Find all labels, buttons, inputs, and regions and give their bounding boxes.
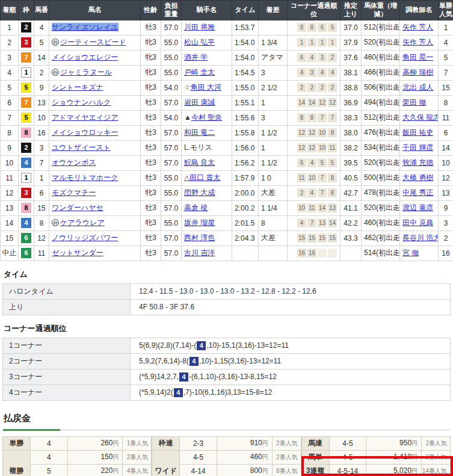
horse-name-link[interactable]: ノウリッジズパワー xyxy=(52,233,118,242)
jockey-link[interactable]: 団野 大成 xyxy=(184,188,215,197)
jockey-link[interactable]: 酒井 学 xyxy=(184,53,208,61)
corner-position-box: 4 xyxy=(297,68,306,77)
corner-row-label: 2コーナー xyxy=(3,353,131,369)
jockey-link[interactable]: 岩田 康誠 xyxy=(184,98,215,107)
corner-row-label: 3コーナー xyxy=(3,369,131,385)
trainer-link[interactable]: 千田 輝彦 xyxy=(402,143,433,152)
corner-row-label: 4コーナー xyxy=(3,385,131,400)
horse-name-link[interactable]: シントーキズナ xyxy=(52,83,103,91)
last-3f: 37.0 xyxy=(341,20,362,35)
yen-unit: 円 xyxy=(262,468,268,474)
corner-position-box: 8 xyxy=(328,128,337,137)
trainer-link[interactable]: 矢作 芳人 xyxy=(402,38,433,46)
sex-age: 牡3 xyxy=(141,125,161,140)
horse-name-link[interactable]: ゼットサンダー xyxy=(52,249,103,257)
header-jockey: 騎手名 xyxy=(182,1,232,20)
frame-number-badge: 2 xyxy=(21,22,31,32)
horse-name-link[interactable]: ケアラウレア xyxy=(60,218,105,227)
trainer-link[interactable]: 角田 晃一 xyxy=(402,53,433,61)
trainer-cell: 渡辺 薫彦 xyxy=(400,200,439,215)
finish-position: 1 xyxy=(1,20,19,35)
trainer-link[interactable]: 宮 徹 xyxy=(402,249,419,257)
horse-name-cell: アドマイヤエイジア xyxy=(49,110,141,125)
payout-amount: 260円 xyxy=(67,436,123,450)
corner-order-cell: 1111 xyxy=(288,35,341,50)
trainer-link[interactable]: 大橋 勇樹 xyxy=(402,173,433,182)
corner-position-box: 4 xyxy=(318,68,327,77)
jockey-link[interactable]: 角田 大河 xyxy=(191,83,221,91)
finish-time: 1:54.0 xyxy=(232,50,259,65)
trainer-link[interactable]: 北出 成人 xyxy=(402,83,433,91)
payout-popularity: 14番人気 xyxy=(422,464,451,476)
header-time: タイム xyxy=(232,1,259,20)
sex-age: 牝3 xyxy=(141,185,161,200)
horse-name-link[interactable]: ジャミラヌール xyxy=(60,68,112,76)
horse-name-link[interactable]: ユウトザイースト xyxy=(52,143,111,152)
corner-position-box: 2 xyxy=(297,188,306,197)
jockey-link[interactable]: 和田 竜二 xyxy=(184,128,215,137)
horse-name-link[interactable]: マルモリトマホーク xyxy=(52,173,118,182)
jockey-link[interactable]: 西村 淳也 xyxy=(184,233,215,242)
jockey-link[interactable]: 高倉 稜 xyxy=(184,203,208,212)
trainer-link[interactable]: 大久保 龍志 xyxy=(402,113,439,122)
trainer-link[interactable]: 田中 克典 xyxy=(402,218,433,227)
horse-name-link[interactable]: メイショウエレジー xyxy=(52,53,118,61)
finish-time: 2:01.5 xyxy=(232,215,259,230)
corner-order-cell: 12121011 xyxy=(288,140,341,155)
jockey-link[interactable]: 鮫島 良太 xyxy=(184,158,215,167)
sex-age: 牡3 xyxy=(141,95,161,110)
results-header-row: 着順 枠 馬番 馬名 性齢 負担重量 騎手名 タイム 着差 コーナー通過順位 推… xyxy=(1,1,453,20)
header-horse-name: 馬名 xyxy=(49,1,141,20)
trainer-link[interactable]: 栗田 徹 xyxy=(402,98,426,107)
highlighted-horse-number: 4 xyxy=(190,357,199,366)
horse-name-cell: ゼットサンダー xyxy=(49,246,141,261)
horse-name-link[interactable]: ショウナンハルク xyxy=(52,98,111,107)
corner-position-box: 5 xyxy=(328,158,337,167)
trainer-link[interactable]: 渡辺 薫彦 xyxy=(402,203,433,212)
trainer-cell: 宮 徹 xyxy=(400,246,439,261)
jockey-link[interactable]: 坂井 瑠星 xyxy=(184,218,215,227)
payout-row: 枠連2-3910円2番人気 xyxy=(152,436,301,450)
jockey-link[interactable]: 松山 弘平 xyxy=(184,38,215,46)
last-3f: 38.2 xyxy=(341,140,362,155)
horse-name-link[interactable]: モズクマチー xyxy=(52,188,96,197)
trainer-link[interactable]: 高柳 瑞樹 xyxy=(402,68,433,76)
trainer-link[interactable]: 中尾 秀正 xyxy=(402,188,433,197)
horse-number: 11 xyxy=(34,246,49,261)
last-3f: 36.9 xyxy=(341,95,362,110)
trainer-link[interactable]: 牧浦 充徳 xyxy=(402,158,433,167)
payout-combination: 4-5 xyxy=(329,436,366,450)
payout-popularity: 2番人気 xyxy=(272,450,301,464)
sex-age: 牡3 xyxy=(141,110,161,125)
horse-name-link[interactable]: アドマイヤエイジア xyxy=(52,113,119,122)
corner-order-cell: 471314 xyxy=(288,215,341,230)
jockey-link[interactable]: 今村 聖奈 xyxy=(191,113,222,122)
jockey-link[interactable]: 田口 貫太 xyxy=(190,173,220,182)
result-row: 15612ノウリッジズパワー牡357.0西村 淳也2:04.3大差1515151… xyxy=(1,230,453,246)
corner-order-cell: 2222 xyxy=(288,80,341,95)
corner-order-cell: 1616 xyxy=(288,246,341,261)
finish-position: 13 xyxy=(1,200,19,215)
payout-combination: 2-3 xyxy=(180,436,217,450)
frame-cell: 8 xyxy=(19,125,34,140)
horse-name-link[interactable]: オウケンボス xyxy=(52,158,96,167)
result-row: 8816メイショウロッキー牡357.0和田 竜二1:55.81 1/212121… xyxy=(1,125,453,140)
jockey-link[interactable]: 川田 将雅 xyxy=(184,23,215,31)
trainer-link[interactable]: 矢作 芳人 xyxy=(402,23,433,31)
win-popularity: 12 xyxy=(439,170,453,185)
trainer-link[interactable]: 飯田 祐史 xyxy=(402,128,433,137)
margin: 大差 xyxy=(259,185,288,200)
horse-name-link[interactable]: サンライズソレイユ xyxy=(52,23,119,31)
horse-name-link[interactable]: メイショウロッキー xyxy=(52,128,118,137)
horse-name-link[interactable]: ジーティースピード xyxy=(60,38,126,46)
jockey-cell: 高倉 稜 xyxy=(182,200,232,215)
finish-time: 1:57.9 xyxy=(232,170,259,185)
bet-type-label: 単勝 xyxy=(3,436,31,450)
last-3f xyxy=(341,246,362,261)
horse-name-link[interactable]: ワンダーハヤセ xyxy=(52,203,103,212)
frame-cell: 5 xyxy=(19,110,34,125)
jockey-link[interactable]: 戸崎 圭太 xyxy=(184,68,215,76)
payout-row: 複勝4150円2番人気 xyxy=(3,450,152,464)
jockey-link[interactable]: 古川 吉洋 xyxy=(184,249,215,257)
trainer-link[interactable]: 長谷川 浩大 xyxy=(402,233,439,242)
